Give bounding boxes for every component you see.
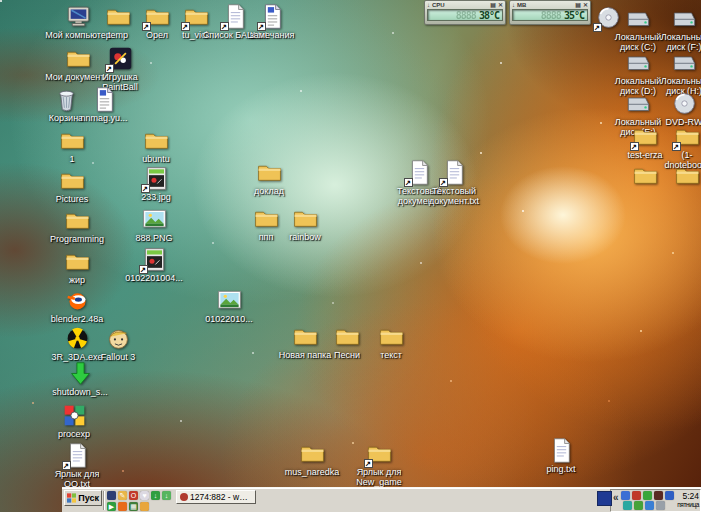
mb-gauge-label: MB [517,2,526,8]
desktop-icon-app-fallout3[interactable]: Fallout 3 [84,326,152,362]
image-icon [217,288,242,313]
desktop-icon-folder-doklad[interactable]: доклад [235,160,303,196]
folder-icon: ↗ [675,124,700,149]
tray-gray-icon[interactable] [656,501,665,510]
desktop-icon-label: Ярлык для New_game [345,467,413,487]
desktop-icon-label: Programming [43,234,111,244]
desktop-icon-folder-pictures[interactable]: Pictures [38,168,106,204]
shortcut-arrow-icon: ↗ [404,178,413,187]
desktop-icon-dvd-rw[interactable]: DVD-RW [657,91,701,127]
desktop-icon-img-01022010[interactable]: 01022010... [195,288,263,324]
desktop-icon-app-paintball[interactable]: ↗Игрушка PaintBall [86,46,154,92]
desktop-icon-label: замечания [238,30,306,40]
desktop-icon-img-888[interactable]: 888.PNG [120,207,188,243]
gauge-close-icon[interactable]: ✕ [583,2,588,8]
tray-globe-icon[interactable] [645,501,654,510]
desktop-icon-folder-1[interactable]: 1 [38,128,106,164]
desktop-icon-folder-rainbow[interactable]: rainbow [271,206,339,242]
shortcut-arrow-icon: ↗ [142,22,151,31]
shortcut-arrow-icon: ↗ [439,178,448,187]
taskbar-divider [103,491,105,510]
desktop-icon-img-0102201004[interactable]: ↗0102201004... [120,247,188,283]
mb-temp-gauge[interactable]: ↓ MB ▤ ✕ 35°C [509,0,591,25]
folder-icon [60,168,85,193]
image-icon [142,207,167,232]
desktop-icon-folder-programming[interactable]: Programming [43,208,111,244]
desktop-icon-label: Pictures [38,194,106,204]
shortcut-arrow-icon: ↗ [593,23,602,32]
shortcut-arrow-icon: ↗ [220,22,229,31]
down-arrow-icon: ↓ [512,2,515,8]
gauge-close-icon[interactable]: ✕ [498,2,503,8]
quicklaunch-green-arrow-icon[interactable]: ↓ [151,491,160,500]
quick-launch-row-2: ▶▦ [107,502,149,511]
windows-flag-icon [67,493,76,503]
desktop-icon-img-233[interactable]: ↗233.jpg [122,166,190,202]
tray-expand-chevron[interactable]: « [613,493,619,503]
desktop-icon-app-blender[interactable]: blender2.48a [43,288,111,324]
desktop-icon-doc-nnmag[interactable]: nnmag.yu... [70,87,138,123]
cpu-temp-gauge[interactable]: ↓ CPU ▤ ✕ 38°C [424,0,506,25]
desktop-icon-app-procexp[interactable]: procexp [40,403,108,439]
desktop-icon-folder-new-game[interactable]: ↗Ярлык для New_game [345,441,413,487]
desktop-icon-label: ping.txt [527,464,595,474]
desktop-icon-folder-ubuntu[interactable]: ubuntu [122,128,190,164]
shortcut-arrow-icon: ↗ [257,22,266,31]
desktop-icon-doc-zamechaniya[interactable]: ↗замечания [238,4,306,40]
tray-ati-icon[interactable] [632,491,641,500]
taskbar-clock[interactable]: 5:24 пятница [672,491,699,509]
desktop-icon-drive-f[interactable]: Локальный диск (F:) [657,6,701,52]
shortcut-arrow-icon: ↗ [630,142,639,151]
taskbar: Пуск ✎O♥↓↓ ▶▦ 1274:882 - www.bodies... «… [62,487,701,512]
quicklaunch-app-dark-icon[interactable] [107,491,116,500]
quicklaunch-green-arrow2-icon[interactable]: ↓ [162,491,171,500]
desktop-icon-label: 888.PNG [120,233,188,243]
tray-shield-icon[interactable] [634,501,643,510]
tray-icons-row-2 [623,501,665,510]
desktop-icon-label: 0102201004... [120,273,188,283]
mb-lcd-display: 35°C [512,9,588,21]
desktop-icon-doc-tekst-2[interactable]: ↗Текстовый документ.txt [420,160,488,206]
desktop-icon-folder-unknown-2[interactable] [660,163,701,188]
desktop-icon-app-shutdown[interactable]: shutdown_s... [46,361,114,397]
desktop-icon-doc-qq[interactable]: ↗Ярлык для QQ.txt [43,443,111,489]
fallout-icon [106,326,131,351]
tray-audio-icon[interactable] [643,491,652,500]
viewer-icon: ↗ [142,247,167,272]
gauge-meter-icon[interactable]: ▤ [490,2,496,8]
folder-icon [60,128,85,153]
desktop-icon-folder-tekst[interactable]: текст [357,324,425,360]
task-button-browser[interactable]: 1274:882 - www.bodies... [176,490,256,504]
quicklaunch-orange-icon[interactable] [140,502,149,511]
desktop-icon-folder-zhir[interactable]: жир [43,249,111,285]
textdoc-icon: ↗ [442,160,467,185]
viewer-icon: ↗ [144,166,169,191]
desktop-icon-label: Текстовый документ.txt [420,186,488,206]
quicklaunch-image-icon[interactable]: ▦ [129,502,138,511]
quicklaunch-opera-icon[interactable]: O [129,491,138,500]
desktop-icon-doc-ping[interactable]: ping.txt [527,438,595,474]
procexp-icon [62,403,87,428]
folder-icon [379,324,404,349]
shortcut-arrow-icon: ↗ [672,142,681,151]
tray-network-icon[interactable] [621,491,630,500]
wallpaper-stars [0,0,2,2]
quicklaunch-media-icon[interactable]: ▶ [107,502,116,511]
language-indicator-icon[interactable] [597,491,612,506]
tray-teal-icon[interactable] [623,501,632,510]
shortcut-arrow-icon: ↗ [141,184,150,193]
start-button[interactable]: Пуск [64,490,102,506]
desktop-icon-folder-mus-naredka[interactable]: mus_naredka [278,441,346,477]
quicklaunch-fire-icon[interactable] [118,502,127,511]
desktop-icon-drive-h[interactable]: Локальный диск (H:) [657,50,701,96]
folder-icon: ↗ [633,124,658,149]
gauge-meter-icon[interactable]: ▤ [575,2,581,8]
quicklaunch-heart-icon[interactable]: ♥ [140,491,149,500]
clock-day: пятница [672,501,699,509]
folder-icon [335,324,360,349]
folder-icon [675,163,700,188]
tray-dark-icon[interactable] [654,491,663,500]
quicklaunch-pencil-icon[interactable]: ✎ [118,491,127,500]
desktop-icon-label: rainbow [271,232,339,242]
desktop-icon-label: жир [43,275,111,285]
